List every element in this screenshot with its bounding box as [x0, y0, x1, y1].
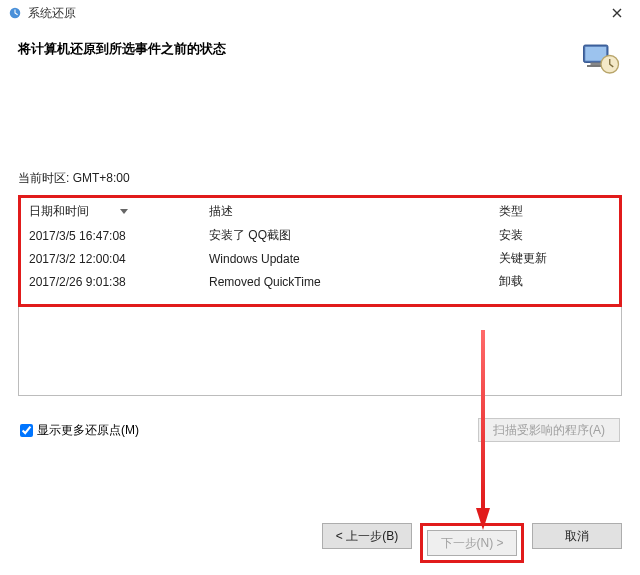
col-header-desc[interactable]: 描述 [201, 198, 491, 224]
table-row[interactable]: 2017/2/26 9:01:38 Removed QuickTime 卸载 [21, 270, 619, 293]
restore-points-table-highlight: 日期和时间 描述 类型 2017/3/5 16:47:08 安装了 QQ截图 安… [18, 195, 622, 307]
table-row[interactable]: 2017/3/2 12:00:04 Windows Update 关键更新 [21, 247, 619, 270]
cell-dt: 2017/3/2 12:00:04 [21, 247, 201, 270]
back-button[interactable]: < 上一步(B) [322, 523, 412, 549]
header-text: 将计算机还原到所选事件之前的状态 [18, 38, 580, 58]
wizard-footer: < 上一步(B) 下一步(N) > 取消 [0, 523, 640, 563]
table-empty-area [18, 306, 622, 396]
monitor-clock-icon [580, 38, 622, 80]
options-row: 显示更多还原点(M) 扫描受影响的程序(A) [18, 418, 622, 442]
system-restore-icon [8, 6, 22, 20]
timezone-label: 当前时区: GMT+8:00 [18, 170, 622, 187]
table-row[interactable]: 2017/3/5 16:47:08 安装了 QQ截图 安装 [21, 224, 619, 247]
header: 将计算机还原到所选事件之前的状态 [0, 26, 640, 88]
cell-desc: Removed QuickTime [201, 270, 491, 293]
next-button-highlight: 下一步(N) > [420, 523, 524, 563]
show-more-checkbox-label[interactable]: 显示更多还原点(M) [20, 422, 139, 439]
scan-affected-button: 扫描受影响的程序(A) [478, 418, 620, 442]
cell-desc: Windows Update [201, 247, 491, 270]
cell-dt: 2017/2/26 9:01:38 [21, 270, 201, 293]
show-more-checkbox[interactable] [20, 424, 33, 437]
titlebar: 系统还原 [0, 0, 640, 26]
restore-points-table[interactable]: 日期和时间 描述 类型 2017/3/5 16:47:08 安装了 QQ截图 安… [21, 198, 619, 293]
next-button: 下一步(N) > [427, 530, 517, 556]
cell-type: 安装 [491, 224, 619, 247]
col-header-datetime[interactable]: 日期和时间 [21, 198, 201, 224]
col-header-type[interactable]: 类型 [491, 198, 619, 224]
close-button[interactable] [602, 3, 632, 23]
cell-type: 关键更新 [491, 247, 619, 270]
window-title: 系统还原 [28, 5, 602, 22]
cell-type: 卸载 [491, 270, 619, 293]
cell-dt: 2017/3/5 16:47:08 [21, 224, 201, 247]
cancel-button[interactable]: 取消 [532, 523, 622, 549]
content: 当前时区: GMT+8:00 日期和时间 描述 类型 2017/3/5 16:4… [0, 88, 640, 442]
svg-rect-3 [591, 63, 602, 66]
cell-desc: 安装了 QQ截图 [201, 224, 491, 247]
sort-desc-icon [120, 209, 128, 214]
